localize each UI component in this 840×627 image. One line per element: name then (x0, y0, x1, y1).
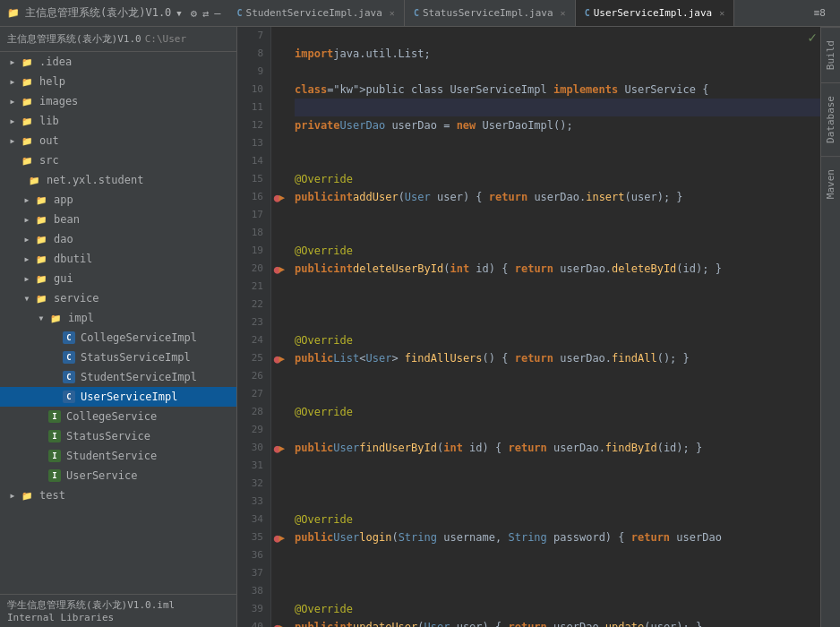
code-line-35[interactable]: public User login(String username, Strin… (295, 528, 820, 546)
sidebar-item-UserServiceImpl[interactable]: C UserServiceImpl (0, 387, 236, 407)
code-line-27[interactable] (295, 385, 820, 403)
folder-icon: 📁 (20, 74, 34, 89)
sidebar-item-CollegeServiceImpl[interactable]: C CollegeServiceImpl (0, 328, 236, 348)
line-marker-21 (271, 278, 287, 296)
code-line-37[interactable] (295, 564, 820, 582)
code-line-25[interactable]: public List<User> findAllUsers() { retur… (295, 349, 820, 367)
sidebar-item-idea[interactable]: ▶ 📁 .idea (0, 52, 236, 72)
line-number-22: 22 (244, 296, 263, 314)
line-number-19: 19 (244, 242, 263, 260)
right-tab-build[interactable]: Build (821, 27, 840, 82)
tab-close-btn[interactable]: ✕ (390, 8, 395, 18)
sidebar-item-lib[interactable]: ▶ 📁 lib (0, 111, 236, 131)
code-line-38[interactable] (295, 582, 820, 600)
code-line-11[interactable] (295, 99, 820, 116)
sidebar-footer: 学生信息管理系统(袁小龙)V1.0.iml Internal Libraries (0, 594, 236, 627)
sidebar-item-dbutil[interactable]: ▶ 📁 dbutil (0, 249, 236, 269)
right-tab-maven[interactable]: Maven (821, 156, 840, 211)
code-line-20[interactable]: public int deleteUserById(int id) { retu… (295, 260, 820, 278)
run-arrow-icon: ▶ (279, 263, 286, 275)
iml-file-label[interactable]: 学生信息管理系统(袁小龙)V1.0.iml (7, 598, 229, 612)
line-number-32: 32 (244, 475, 263, 493)
top-bar: 📁 主信息管理系统(袁小龙)V1.0 ▼ ⚙ ⇄ — CStudentServi… (0, 0, 840, 27)
code-line-18[interactable] (295, 224, 820, 242)
code-line-15[interactable]: @Override (295, 170, 820, 188)
sidebar-item-service[interactable]: ▼ 📁 service (0, 288, 236, 308)
editor-tab-user[interactable]: CUserServiceImpl.java✕ (576, 0, 735, 26)
code-line-31[interactable] (295, 457, 820, 475)
tab-label: StatusServiceImpl.java (423, 7, 553, 19)
tab-close-btn[interactable]: ✕ (719, 8, 724, 18)
sidebar-item-CollegeService[interactable]: I CollegeService (0, 407, 236, 426)
sidebar-item-UserService[interactable]: I UserService (0, 466, 236, 485)
sidebar-item-src[interactable]: 📁 src (0, 150, 236, 170)
code-line-10[interactable]: class="kw">public class UserServiceImpl … (295, 81, 820, 99)
code-line-36[interactable] (295, 546, 820, 564)
project-label[interactable]: 主信息管理系统(袁小龙)V1.0 (25, 5, 171, 21)
sidebar-item-images[interactable]: ▶ 📁 images (0, 91, 236, 111)
sidebar-item-StatusServiceImpl[interactable]: C StatusServiceImpl (0, 348, 236, 367)
sidebar-item-impl[interactable]: ▼ 📁 impl (0, 308, 236, 328)
line-marker-13 (271, 134, 287, 152)
sidebar-item-app[interactable]: ▶ 📁 app (0, 190, 236, 210)
line-marker-27 (271, 385, 287, 403)
code-line-26[interactable] (295, 367, 820, 385)
right-tab-database[interactable]: Database (821, 82, 840, 156)
code-editor[interactable]: 7891011121314151617181920212223242526272… (237, 27, 820, 627)
code-line-13[interactable] (295, 134, 820, 152)
sidebar-item-StatusService[interactable]: I StatusService (0, 426, 236, 446)
tab-label: UserServiceImpl.java (594, 7, 712, 19)
line-marker-12 (271, 116, 287, 134)
code-line-33[interactable] (295, 493, 820, 511)
line-number-40: 40 (244, 618, 263, 627)
sidebar-item-StudentServiceImpl[interactable]: C StudentServiceImpl (0, 367, 236, 387)
sidebar-item-help[interactable]: ▶ 📁 help (0, 72, 236, 91)
code-line-22[interactable] (295, 296, 820, 314)
code-line-40[interactable]: public int updateUser(User user) { retur… (295, 618, 820, 627)
sidebar-item-StudentService[interactable]: I StudentService (0, 446, 236, 466)
interface-icon: I (48, 430, 61, 442)
code-line-24[interactable]: @Override (295, 331, 820, 349)
sidebar-item-bean[interactable]: ▶ 📁 bean (0, 210, 236, 229)
folder-icon: 📁 (20, 55, 34, 69)
tree-item-label: gui (54, 272, 73, 285)
code-line-32[interactable] (295, 475, 820, 493)
sidebar-item-dao[interactable]: ▶ 📁 dao (0, 229, 236, 249)
code-line-12[interactable]: private UserDao userDao = new UserDaoImp… (295, 116, 820, 134)
settings-icon[interactable]: ⚙ (191, 7, 197, 20)
internal-libs-label[interactable]: Internal Libraries (7, 612, 229, 623)
code-line-28[interactable]: @Override (295, 403, 820, 421)
editor-tab-status[interactable]: CStatusServiceImpl.java✕ (405, 0, 576, 26)
tree-arrow: ▼ (21, 295, 32, 303)
code-line-23[interactable] (295, 314, 820, 331)
tab-overflow-count[interactable]: ≡8 (807, 7, 833, 19)
sidebar-item-gui[interactable]: ▶ 📁 gui (0, 269, 236, 288)
code-line-8[interactable]: import java.util.List; (295, 45, 820, 63)
tab-close-btn[interactable]: ✕ (561, 8, 566, 18)
code-line-29[interactable] (295, 421, 820, 439)
code-line-9[interactable] (295, 63, 820, 81)
code-line-30[interactable]: public User findUserById(int id) { retur… (295, 439, 820, 457)
tree-item-label: src (39, 154, 59, 167)
code-line-21[interactable] (295, 278, 820, 296)
editor-area: 7891011121314151617181920212223242526272… (237, 27, 840, 627)
project-path-label: C:\User (145, 33, 186, 45)
nav-icon2[interactable]: — (214, 7, 220, 20)
code-line-14[interactable] (295, 152, 820, 170)
class-icon: C (63, 371, 75, 383)
sidebar-item-out[interactable]: ▶ 📁 out (0, 131, 236, 150)
code-line-7[interactable] (295, 27, 820, 45)
code-line-16[interactable]: public int addUser(User user) { return u… (295, 188, 820, 206)
nav-icon1[interactable]: ⇄ (202, 7, 209, 20)
code-line-19[interactable]: @Override (295, 242, 820, 260)
folder-icon: 📁 (48, 311, 63, 325)
code-line-34[interactable]: @Override (295, 511, 820, 528)
editor-tab-student[interactable]: CStudentServiceImpl.java✕ (227, 0, 404, 26)
tree-item-label: StatusServiceImpl (81, 351, 191, 364)
code-lines[interactable]: import java.util.List; class="kw">public… (287, 27, 820, 627)
code-line-17[interactable] (295, 206, 820, 224)
line-number-34: 34 (244, 511, 263, 528)
sidebar-item-test[interactable]: ▶ 📁 test (0, 485, 236, 505)
code-line-39[interactable]: @Override (295, 600, 820, 618)
sidebar-item-net.yxl.student[interactable]: 📁 net.yxl.student (0, 170, 236, 190)
